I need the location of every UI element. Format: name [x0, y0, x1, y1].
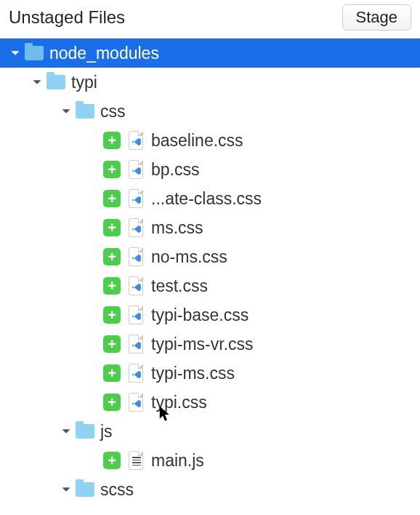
status-added-icon: + — [103, 219, 121, 236]
file-row[interactable]: + ms.css — [0, 213, 420, 242]
file-label: typi.css — [151, 393, 207, 412]
folder-row-typi[interactable]: typi — [0, 68, 420, 97]
file-row[interactable]: + typi-ms-vr.css — [0, 330, 420, 359]
folder-label: scss — [100, 480, 134, 500]
file-label: ...ate-class.css — [151, 189, 262, 209]
stage-button[interactable]: Stage — [342, 4, 412, 31]
file-row[interactable]: + test.css — [0, 271, 420, 300]
vscode-file-icon — [128, 160, 144, 179]
status-added-icon: + — [103, 161, 121, 178]
panel-title: Unstaged Files — [9, 7, 125, 28]
js-file-icon — [128, 451, 144, 470]
folder-label: node_modules — [49, 44, 159, 63]
file-tree: node_modules typi css + baseline.css + b… — [0, 39, 420, 504]
file-row[interactable]: + typi.css — [0, 388, 420, 417]
vscode-file-icon — [128, 306, 144, 324]
vscode-file-icon — [128, 335, 144, 354]
chevron-down-icon[interactable] — [60, 425, 73, 438]
file-label: test.css — [151, 276, 208, 296]
vscode-file-icon — [128, 364, 144, 383]
vscode-file-icon — [128, 247, 144, 266]
file-label: no-ms.css — [151, 247, 227, 267]
file-row[interactable]: + ...ate-class.css — [0, 184, 420, 213]
status-added-icon: + — [103, 452, 121, 469]
folder-label: css — [100, 102, 126, 121]
file-label: main.js — [151, 451, 204, 471]
status-added-icon: + — [103, 277, 121, 295]
chevron-down-icon[interactable] — [9, 47, 22, 60]
panel-header: Unstaged Files Stage — [0, 0, 420, 39]
folder-row-scss[interactable]: scss — [0, 475, 420, 504]
chevron-down-icon[interactable] — [60, 483, 73, 496]
folder-label: js — [100, 422, 113, 442]
file-row[interactable]: + typi-ms.css — [0, 359, 420, 388]
vscode-file-icon — [128, 189, 144, 208]
vscode-file-icon — [128, 393, 144, 412]
file-row[interactable]: + main.js — [0, 446, 420, 475]
folder-label: typi — [71, 73, 97, 92]
folder-icon — [76, 482, 94, 497]
vscode-file-icon — [128, 131, 144, 150]
chevron-down-icon[interactable] — [60, 105, 73, 118]
status-added-icon: + — [103, 190, 121, 207]
chevron-down-icon[interactable] — [31, 76, 44, 89]
vscode-file-icon — [128, 218, 144, 237]
vscode-file-icon — [128, 276, 144, 295]
file-label: typi-ms-vr.css — [151, 335, 254, 354]
file-label: typi-ms.css — [151, 364, 235, 383]
file-row[interactable]: + no-ms.css — [0, 242, 420, 271]
folder-row-js[interactable]: js — [0, 417, 420, 446]
folder-row-node-modules[interactable]: node_modules — [0, 39, 420, 68]
status-added-icon: + — [103, 248, 121, 266]
status-added-icon: + — [103, 132, 121, 149]
status-added-icon: + — [103, 394, 121, 411]
file-label: typi-base.css — [151, 306, 249, 325]
status-added-icon: + — [103, 306, 121, 324]
file-label: baseline.css — [151, 131, 243, 151]
file-label: bp.css — [151, 160, 199, 180]
folder-icon — [25, 46, 44, 60]
status-added-icon: + — [103, 364, 121, 382]
folder-icon — [76, 104, 94, 119]
file-row[interactable]: + bp.css — [0, 155, 420, 184]
status-added-icon: + — [103, 335, 121, 353]
folder-row-css[interactable]: css — [0, 97, 420, 126]
folder-icon — [47, 75, 65, 89]
folder-icon — [76, 424, 94, 439]
file-label: ms.css — [151, 218, 203, 238]
file-row[interactable]: + baseline.css — [0, 126, 420, 155]
file-row[interactable]: + typi-base.css — [0, 300, 420, 330]
